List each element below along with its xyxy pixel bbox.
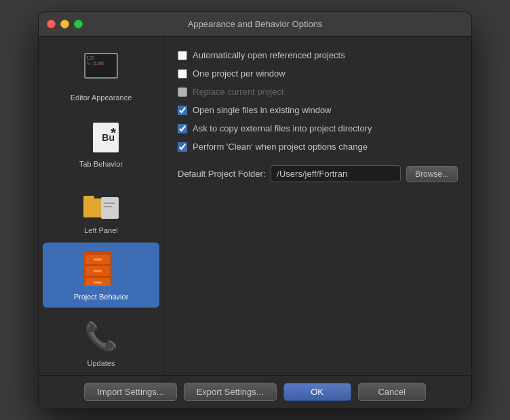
folder-label: Default Project Folder: [178,169,265,179]
browse-button[interactable]: Browse... [406,166,458,182]
left-panel-label: Left Panel [84,226,118,234]
checkbox-perform-clean: Perform 'Clean' when project options cha… [178,142,458,152]
editor-appearance-label: Editor Appearance [71,93,132,102]
footer: Import Settings... Export Settings... OK… [39,375,471,408]
sidebar-item-left-panel[interactable]: Left Panel [43,176,159,241]
maximize-button[interactable] [74,20,83,28]
editor-appearance-icon: 120↳ -5.0% [81,50,121,91]
open-single-checkbox[interactable] [178,106,187,115]
sidebar-item-tab-behavior[interactable]: * Bu Tab Behavior [43,110,159,175]
sidebar: 120↳ -5.0% Editor Appearance * Bu T [39,37,164,375]
window-controls [47,20,83,28]
folder-row: Default Project Folder: Browse... [178,165,458,182]
import-settings-button[interactable]: Import Settings... [84,383,176,401]
sidebar-item-updates[interactable]: 📞 Updates [43,309,159,374]
folder-input[interactable] [271,165,401,182]
sidebar-item-editor-appearance[interactable]: 120↳ -5.0% Editor Appearance [43,43,159,108]
checkbox-one-project: One project per window [178,68,458,79]
tab-behavior-icon: * Bu [81,117,121,157]
one-project-checkbox[interactable] [178,69,187,79]
cancel-button[interactable]: Cancel [358,383,426,401]
auto-open-label[interactable]: Automatically open referenced projects [193,50,345,60]
minimize-button[interactable] [60,20,69,28]
ok-button[interactable]: OK [283,383,351,401]
open-single-label[interactable]: Open single files in existing window [193,105,332,115]
export-settings-button[interactable]: Export Settings... [184,383,277,401]
checkbox-copy-external: Ask to copy external files into project … [178,123,458,133]
perform-clean-checkbox[interactable] [178,142,187,152]
close-button[interactable] [47,20,56,28]
checkbox-open-single: Open single files in existing window [178,105,458,115]
tab-behavior-label: Tab Behavior [79,160,123,168]
copy-external-label[interactable]: Ask to copy external files into project … [193,123,372,133]
updates-label: Updates [87,359,115,367]
replace-current-checkbox[interactable] [178,87,187,97]
app-window: Appearance and Behavior Options 120↳ -5.… [38,12,472,408]
project-behavior-icon [81,249,121,290]
sidebar-item-project-behavior[interactable]: Project Behavior [43,243,159,308]
replace-current-label: Replace current project [193,87,283,97]
perform-clean-label[interactable]: Perform 'Clean' when project options cha… [193,142,368,152]
titlebar: Appearance and Behavior Options [39,12,471,37]
project-behavior-label: Project Behavior [74,293,129,301]
copy-external-checkbox[interactable] [178,124,187,133]
updates-icon: 📞 [81,316,121,356]
auto-open-checkbox[interactable] [178,51,187,60]
window-title: Appearance and Behavior Options [188,19,323,29]
main-panel: Automatically open referenced projects O… [164,37,471,375]
content-area: 120↳ -5.0% Editor Appearance * Bu T [39,37,471,375]
checkbox-auto-open: Automatically open referenced projects [178,50,458,60]
left-panel-icon [81,183,121,224]
one-project-label[interactable]: One project per window [193,68,286,79]
checkbox-replace-current: Replace current project [178,87,458,97]
